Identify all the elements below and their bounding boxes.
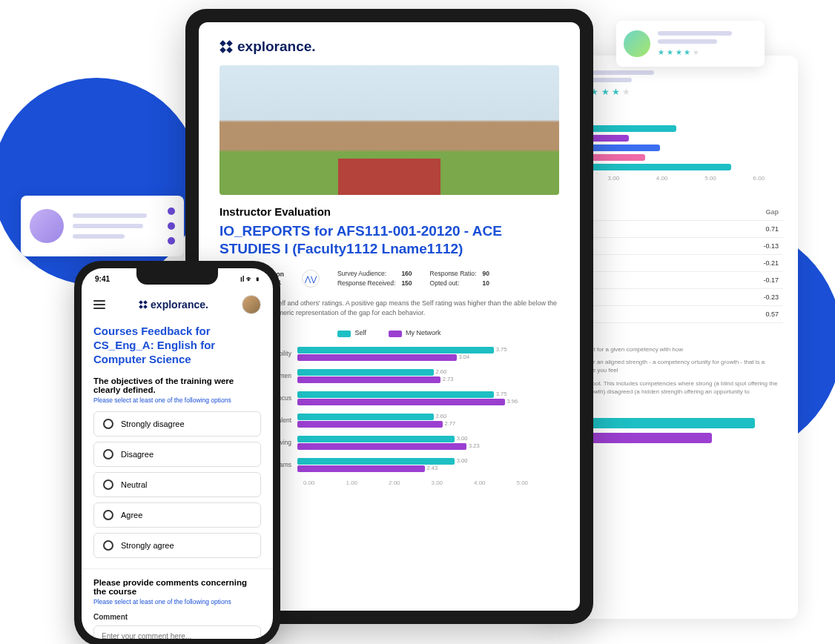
tick: 3.00 <box>432 479 475 486</box>
phone-device: 9:41 ıl ᯤ ▮ explorance. Courses Feedback… <box>74 261 280 644</box>
radio-option[interactable]: Agree <box>93 502 261 528</box>
svg-rect-3 <box>226 47 232 53</box>
radio-label: Disagree <box>121 450 154 459</box>
star-rating: ★ ★ ★ ★ ★ <box>658 48 757 56</box>
comment-input[interactable] <box>93 625 261 639</box>
chart-bar-self: 2.60 <box>297 369 434 376</box>
question-hint: Please select at least one of the follow… <box>93 396 261 404</box>
chart-bar-self: 3.75 <box>297 391 494 398</box>
radio-label: Strongly disagree <box>121 419 185 428</box>
question-text: The objectives of the training were clea… <box>93 376 261 394</box>
svg-rect-5 <box>143 300 148 305</box>
brand-logo: explorance. <box>139 299 208 311</box>
brand-text: explorance. <box>237 39 316 55</box>
svg-rect-1 <box>226 40 232 46</box>
campus-hero-image <box>220 65 559 195</box>
radio-option[interactable]: Strongly agree <box>93 533 261 558</box>
phone-screen: 9:41 ıl ᯤ ▮ explorance. Courses Feedback… <box>82 268 273 639</box>
question-hint: Please select at least one of the follow… <box>93 598 261 605</box>
indicator-dot <box>168 208 175 215</box>
tick: 5.00 <box>704 175 716 182</box>
svg-rect-7 <box>143 305 148 309</box>
radio-icon <box>103 419 113 429</box>
svg-rect-6 <box>139 305 143 309</box>
profile-card-right: ★ ★ ★ ★ ★ <box>616 21 765 67</box>
divider <box>82 568 273 569</box>
brand-text: explorance. <box>151 299 208 311</box>
svg-rect-4 <box>139 300 143 305</box>
radio-option[interactable]: Disagree <box>93 442 261 467</box>
radio-label: Agree <box>121 511 142 519</box>
indicator-dot <box>168 237 175 245</box>
radio-icon <box>103 510 113 520</box>
tick: 5.00 <box>517 479 560 486</box>
tick: 1.00 <box>346 479 389 486</box>
chart-bar-network: 2.43 <box>297 465 425 472</box>
tick: 2.00 <box>389 479 432 486</box>
report-section-title: Instructor Evaluation <box>220 205 559 218</box>
radio-label: Neutral <box>121 480 147 489</box>
star-rating: ★ ★ ★ ★ ★ <box>580 87 783 97</box>
radio-label: Strongly agree <box>121 541 174 550</box>
user-avatar[interactable] <box>242 295 261 314</box>
chart-bar-self: 2.60 <box>297 414 434 420</box>
indicator-dot <box>168 222 175 230</box>
chart-bar-network: 3.04 <box>297 354 457 361</box>
chart-bar-self: 3.00 <box>297 458 455 465</box>
tick: 4.00 <box>474 479 517 486</box>
tick: 0.00 <box>303 479 346 486</box>
radio-icon <box>103 449 113 459</box>
explorance-logo-icon <box>139 300 148 309</box>
svg-rect-0 <box>220 40 225 46</box>
comment-label: Comment <box>93 613 261 621</box>
chart-bar-network: 2.77 <box>297 421 443 428</box>
tick: 3.00 <box>608 175 620 182</box>
survey-title: Courses Feedback for CS_Eng_A: English f… <box>93 325 261 366</box>
chart-bar-self: 3.75 <box>297 347 494 353</box>
chart-bar-self: 3.00 <box>297 436 455 442</box>
radio-icon <box>103 540 113 551</box>
skeleton-line <box>73 234 125 239</box>
chart-bar-network: 2.73 <box>297 376 440 383</box>
chart-bar-network: 3.96 <box>297 399 505 405</box>
status-bar: 9:41 ıl ᯤ ▮ <box>95 275 260 283</box>
radio-option[interactable]: Strongly disagree <box>93 411 261 436</box>
skeleton-line <box>73 213 147 218</box>
svg-rect-2 <box>220 47 225 53</box>
skeleton-line <box>658 39 717 44</box>
pulse-icon: ⋀⋁ <box>302 270 320 288</box>
chart-axis: 0.001.002.003.004.005.00 <box>303 479 559 486</box>
tick: 6.00 <box>753 175 765 182</box>
skeleton-line <box>658 31 732 36</box>
explorance-logo-icon <box>220 40 233 53</box>
question-text: Please provide comments concerning the c… <box>93 578 261 596</box>
profile-card-left <box>21 196 184 256</box>
status-time: 9:41 <box>95 275 110 283</box>
report-title: IO_REPORTS for AFS111-001-20120 - ACE ST… <box>220 222 559 258</box>
skeleton-line <box>73 224 143 228</box>
tick: 4.00 <box>656 175 668 182</box>
menu-icon[interactable] <box>93 300 105 309</box>
radio-icon <box>103 479 113 490</box>
table-header: Gap <box>655 204 783 221</box>
status-signal-icon: ıl ᯤ ▮ <box>240 275 260 283</box>
avatar <box>624 30 650 57</box>
avatar <box>30 209 64 243</box>
chart-bar-network: 3.23 <box>297 443 466 450</box>
radio-option[interactable]: Neutral <box>93 472 261 497</box>
brand-logo: explorance. <box>220 39 559 55</box>
